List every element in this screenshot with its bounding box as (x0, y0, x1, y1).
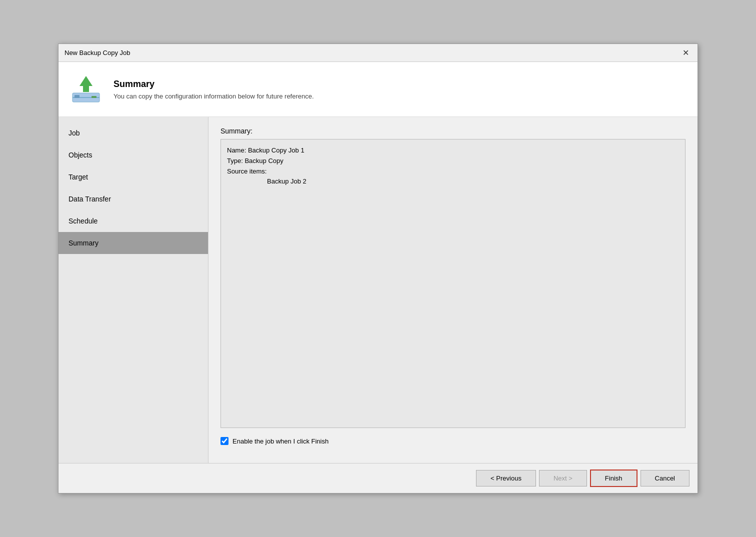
sidebar: Job Objects Target Data Transfer Schedul… (58, 117, 208, 463)
dialog-window: New Backup Copy Job ✕ Summary You can co… (58, 44, 698, 494)
enable-job-row: Enable the job when I click Finish (220, 437, 686, 445)
header-title: Summary (114, 79, 314, 90)
sidebar-item-schedule[interactable]: Schedule (58, 210, 208, 232)
sidebar-item-job[interactable]: Job (58, 122, 208, 144)
header-section: Summary You can copy the configuration i… (58, 62, 698, 117)
summary-textbox: Name: Backup Copy Job 1 Type: Backup Cop… (220, 139, 686, 428)
enable-job-label[interactable]: Enable the job when I click Finish (232, 438, 328, 445)
svg-rect-3 (92, 96, 96, 98)
main-content: Summary: Name: Backup Copy Job 1 Type: B… (208, 117, 698, 463)
header-text: Summary You can copy the configuration i… (114, 79, 314, 100)
next-button[interactable]: Next > (539, 470, 587, 486)
svg-rect-2 (74, 95, 80, 98)
summary-source-item: Backup Job 2 (227, 176, 679, 187)
sidebar-item-objects[interactable]: Objects (58, 144, 208, 166)
cancel-button[interactable]: Cancel (640, 470, 690, 486)
close-button[interactable]: ✕ (680, 47, 692, 59)
content-area: Job Objects Target Data Transfer Schedul… (58, 117, 698, 463)
backup-icon-svg (68, 72, 104, 107)
previous-button[interactable]: < Previous (476, 470, 536, 486)
footer: < Previous Next > Finish Cancel (58, 463, 698, 493)
svg-marker-4 (80, 76, 92, 92)
sidebar-item-summary[interactable]: Summary (58, 232, 208, 254)
finish-button[interactable]: Finish (590, 470, 638, 487)
title-bar: New Backup Copy Job ✕ (58, 44, 698, 62)
header-subtitle: You can copy the configuration informati… (114, 92, 314, 100)
dialog-title: New Backup Copy Job (64, 49, 130, 56)
enable-job-checkbox[interactable] (220, 437, 228, 445)
summary-source-label: Source items: (227, 166, 679, 177)
sidebar-item-target[interactable]: Target (58, 166, 208, 188)
close-icon: ✕ (682, 48, 689, 58)
summary-name-line: Name: Backup Copy Job 1 (227, 146, 679, 156)
summary-section-label: Summary: (220, 127, 686, 135)
header-icon (68, 72, 104, 107)
sidebar-item-data-transfer[interactable]: Data Transfer (58, 188, 208, 210)
summary-type-line: Type: Backup Copy (227, 156, 679, 166)
